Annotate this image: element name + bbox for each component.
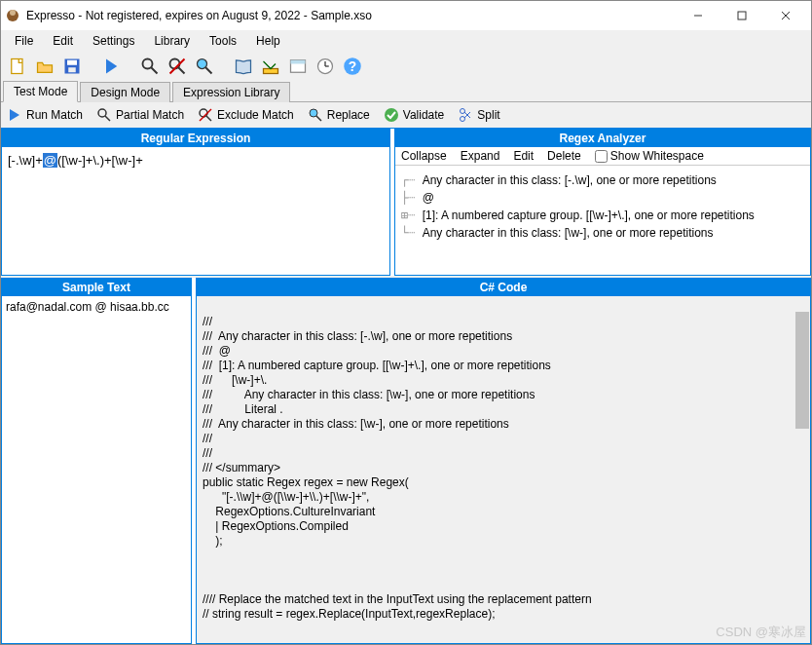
save-icon[interactable] bbox=[61, 56, 83, 77]
open-icon[interactable] bbox=[34, 56, 55, 77]
content-area: Regular Expression [-.\w]+@([\w-]+\.)+[\… bbox=[1, 128, 811, 644]
search-partial-icon[interactable] bbox=[139, 56, 161, 77]
help-icon[interactable]: ? bbox=[342, 56, 363, 77]
run-icon[interactable] bbox=[100, 56, 122, 77]
menu-help[interactable]: Help bbox=[248, 32, 288, 50]
code-scrollbar[interactable] bbox=[794, 296, 810, 643]
svg-point-10 bbox=[143, 59, 153, 69]
svg-line-13 bbox=[178, 67, 184, 73]
delete-button[interactable]: Delete bbox=[547, 149, 581, 163]
scroll-thumb[interactable] bbox=[795, 312, 809, 429]
maximize-button[interactable] bbox=[720, 1, 763, 30]
watermark: CSDN @寒冰屋 bbox=[716, 624, 806, 641]
svg-line-31 bbox=[316, 116, 321, 121]
menu-settings[interactable]: Settings bbox=[85, 32, 142, 50]
close-button[interactable] bbox=[763, 1, 807, 30]
action-toolbar: Run Match Partial Match Exclude Match Re… bbox=[1, 102, 811, 128]
app-window: Expresso - Not registered, expires on Au… bbox=[0, 0, 812, 645]
svg-line-11 bbox=[151, 67, 157, 73]
search-exclude-icon[interactable] bbox=[166, 56, 188, 77]
menubar: File Edit Settings Library Tools Help bbox=[1, 30, 811, 52]
svg-point-32 bbox=[385, 108, 398, 122]
svg-rect-3 bbox=[738, 12, 746, 19]
svg-text:?: ? bbox=[349, 59, 356, 74]
validate-button[interactable]: Validate bbox=[384, 107, 444, 123]
svg-point-27 bbox=[200, 109, 207, 117]
edit-button[interactable]: Edit bbox=[513, 149, 534, 163]
menu-library[interactable]: Library bbox=[146, 32, 198, 50]
sample-text-panel: Sample Text rafa@nadal.com @ hisaa.bb.cc bbox=[1, 278, 192, 644]
sample-panel-header: Sample Text bbox=[2, 279, 191, 296]
analyzer-tree[interactable]: ┌┈ Any character in this class: [-.\w], … bbox=[395, 166, 810, 247]
tab-expression-library[interactable]: Expression Library bbox=[172, 82, 290, 102]
app-icon bbox=[5, 8, 20, 23]
svg-point-25 bbox=[98, 109, 106, 117]
split-button[interactable]: Split bbox=[458, 107, 499, 123]
show-whitespace-checkbox[interactable]: Show Whitespace bbox=[595, 149, 704, 163]
svg-point-15 bbox=[198, 59, 207, 69]
window-icon[interactable] bbox=[287, 56, 309, 77]
replace-button[interactable]: Replace bbox=[308, 107, 370, 123]
svg-rect-8 bbox=[67, 60, 77, 65]
tree-node[interactable]: @ bbox=[423, 189, 434, 207]
svg-line-16 bbox=[205, 67, 211, 73]
svg-rect-9 bbox=[68, 67, 76, 72]
code-panel-header: C# Code bbox=[197, 279, 810, 296]
svg-point-1 bbox=[10, 10, 16, 16]
svg-line-28 bbox=[206, 116, 211, 121]
svg-point-34 bbox=[461, 117, 465, 122]
svg-rect-6 bbox=[12, 59, 22, 74]
svg-point-12 bbox=[170, 59, 180, 69]
svg-line-26 bbox=[105, 116, 110, 121]
svg-rect-19 bbox=[291, 60, 306, 64]
regex-panel: Regular Expression [-.\w]+@([\w-]+\.)+[\… bbox=[1, 129, 390, 276]
sample-text-input[interactable]: rafa@nadal.com @ hisaa.bb.cc bbox=[2, 296, 191, 643]
main-toolbar: ? bbox=[1, 52, 811, 81]
tree-node-expandable[interactable]: [1]: A numbered capture group. [[\w-]+\.… bbox=[423, 207, 755, 224]
run-match-button[interactable]: Run Match bbox=[7, 107, 83, 123]
analyzer-panel: Regex Analyzer Collapse Expand Edit Dele… bbox=[394, 129, 811, 276]
collapse-button[interactable]: Collapse bbox=[401, 149, 447, 163]
tree-node[interactable]: Any character in this class: [\w-], one … bbox=[423, 224, 714, 242]
code-output[interactable]: /// /// Any character in this class: [-.… bbox=[197, 296, 810, 643]
menu-edit[interactable]: Edit bbox=[45, 32, 81, 50]
regex-input[interactable]: [-.\w]+@([\w-]+\.)+[\w-]+ bbox=[2, 147, 389, 275]
book-icon[interactable] bbox=[233, 56, 254, 77]
regex-panel-header: Regular Expression bbox=[2, 130, 389, 147]
tab-design-mode[interactable]: Design Mode bbox=[80, 82, 170, 102]
minimize-button[interactable] bbox=[676, 1, 720, 30]
window-controls bbox=[676, 1, 807, 30]
tree-node[interactable]: Any character in this class: [-.\w], one… bbox=[423, 171, 717, 189]
regex-selection: @ bbox=[43, 153, 57, 168]
expand-button[interactable]: Expand bbox=[461, 149, 500, 163]
search-replace-icon[interactable] bbox=[194, 56, 215, 77]
menu-file[interactable]: File bbox=[7, 32, 41, 50]
analyzer-panel-header: Regex Analyzer bbox=[395, 130, 810, 147]
analyzer-toolbar: Collapse Expand Edit Delete Show Whitesp… bbox=[395, 147, 810, 166]
new-icon[interactable] bbox=[7, 56, 28, 77]
menu-tools[interactable]: Tools bbox=[202, 32, 244, 50]
mode-tabs: Test Mode Design Mode Expression Library bbox=[1, 81, 811, 102]
tab-test-mode[interactable]: Test Mode bbox=[3, 81, 78, 102]
code-panel: C# Code /// /// Any character in this cl… bbox=[196, 278, 811, 644]
window-title: Expresso - Not registered, expires on Au… bbox=[26, 9, 676, 22]
exclude-match-button[interactable]: Exclude Match bbox=[198, 107, 294, 123]
titlebar: Expresso - Not registered, expires on Au… bbox=[1, 1, 811, 30]
partial-match-button[interactable]: Partial Match bbox=[96, 107, 184, 123]
ruler-icon[interactable] bbox=[260, 56, 281, 77]
clock-icon[interactable] bbox=[314, 56, 336, 77]
svg-point-30 bbox=[310, 109, 317, 117]
svg-point-33 bbox=[461, 109, 465, 114]
